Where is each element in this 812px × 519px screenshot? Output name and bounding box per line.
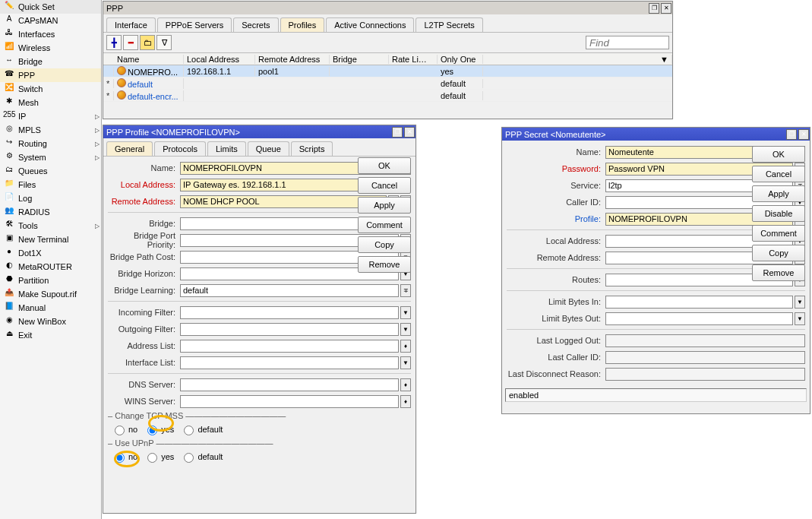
sidebar-item-make-supout-rif[interactable]: 📤Make Supout.rif <box>0 287 101 301</box>
addresslist-expand-icon[interactable]: ♦ <box>400 340 411 353</box>
outgoing-input[interactable] <box>180 323 399 336</box>
apply-button[interactable]: Apply <box>358 197 411 214</box>
secret-restore-icon[interactable]: ❐ <box>786 129 797 140</box>
tab-l2tp-secrets[interactable]: L2TP Secrets <box>415 17 482 32</box>
profile-tab-limits[interactable]: Limits <box>207 141 246 156</box>
profile-tab-protocols[interactable]: Protocols <box>154 141 206 156</box>
sidebar-item-label: New Terminal <box>18 235 68 244</box>
secret-cancel-button[interactable]: Cancel <box>752 166 805 182</box>
sidebar-item-new-terminal[interactable]: ▣New Terminal <box>0 233 101 246</box>
sidebar-item-bridge[interactable]: ↔Bridge <box>0 55 101 68</box>
sec-limitin-drop-icon[interactable]: ▼ <box>795 296 805 309</box>
profile-tab-queue[interactable]: Queue <box>248 141 289 156</box>
ppp-profile-dialog: PPP Profile <NOMEPROFILOVPN> ❐ ✕ General… <box>103 125 416 514</box>
profile-close-icon[interactable]: ✕ <box>404 127 415 138</box>
sidebar-item-tools[interactable]: 🛠Tools▷ <box>0 219 101 233</box>
bridge-learning-drop-icon[interactable]: ∓ <box>400 284 411 297</box>
wins-input[interactable] <box>180 395 399 408</box>
incoming-drop-icon[interactable]: ▼ <box>400 306 411 319</box>
table-row[interactable]: NOMEPRO... 192.168.1.1 pool1 yes <box>103 65 672 78</box>
secret-comment-button[interactable]: Comment <box>752 225 805 242</box>
sidebar-item-dot1x[interactable]: ●Dot1X <box>0 246 101 260</box>
cancel-button[interactable]: Cancel <box>358 177 411 194</box>
incoming-input[interactable] <box>180 306 399 319</box>
upnp-default[interactable]: default <box>180 451 223 463</box>
sidebar-item-switch[interactable]: 🔀Switch <box>0 82 101 96</box>
sidebar-item-manual[interactable]: 📘Manual <box>0 301 101 315</box>
comment-button[interactable]: Comment <box>358 217 411 233</box>
profile-restore-icon[interactable]: ❐ <box>392 127 403 138</box>
add-icon[interactable]: ╋ <box>106 35 122 50</box>
upnp-yes[interactable]: yes <box>144 451 174 463</box>
sidebar-item-system[interactable]: ⚙System▷ <box>0 150 101 164</box>
secret-apply-button[interactable]: Apply <box>752 185 805 202</box>
col-name[interactable]: Name <box>114 55 184 64</box>
remove-icon[interactable]: ━ <box>123 35 138 50</box>
local-address-input[interactable] <box>180 179 387 191</box>
secret-disable-button[interactable]: Disable <box>752 205 805 222</box>
tab-pppoe-servers[interactable]: PPPoE Servers <box>157 17 232 32</box>
sidebar-item-quick-set[interactable]: ✏️Quick Set <box>0 0 101 14</box>
remote-address-input[interactable] <box>180 195 387 208</box>
ok-button[interactable]: OK <box>358 157 411 174</box>
sec-limitout-drop-icon[interactable]: ▼ <box>795 312 805 325</box>
sidebar-item-wireless[interactable]: 📶Wireless <box>0 41 101 55</box>
tab-interface[interactable]: Interface <box>106 17 156 32</box>
upnp-no[interactable]: no <box>111 451 137 463</box>
col-only[interactable]: Only One <box>438 55 483 64</box>
dns-expand-icon[interactable]: ♦ <box>400 378 411 391</box>
find-input[interactable] <box>586 36 669 49</box>
sidebar-item-ip[interactable]: 255IP▷ <box>0 109 101 123</box>
secret-remove-button[interactable]: Remove <box>752 264 805 281</box>
secret-copy-button[interactable]: Copy <box>752 245 805 261</box>
sidebar-item-mesh[interactable]: ✱Mesh <box>0 96 101 109</box>
wins-expand-icon[interactable]: ♦ <box>400 395 411 408</box>
sidebar-item-new-winbox[interactable]: ◉New WinBox <box>0 315 101 328</box>
ppp-close-icon[interactable]: ✕ <box>661 3 671 14</box>
col-remote[interactable]: Remote Address <box>255 55 330 64</box>
addresslist-input[interactable] <box>180 340 399 353</box>
col-drop-icon[interactable]: ▼ <box>483 55 672 64</box>
sidebar-item-label: Wireless <box>18 43 50 52</box>
bridge-learning-input[interactable] <box>180 284 399 297</box>
tab-active-connections[interactable]: Active Connections <box>326 17 414 32</box>
sidebar-item-metarouter[interactable]: ◐MetaROUTER <box>0 260 101 274</box>
sidebar-item-label: Make Supout.rif <box>18 290 77 299</box>
tab-secrets[interactable]: Secrets <box>233 17 278 32</box>
remove-button[interactable]: Remove <box>358 256 411 273</box>
interfacelist-input[interactable] <box>180 356 399 369</box>
filter-icon[interactable]: ∇ <box>156 35 172 50</box>
secret-ok-button[interactable]: OK <box>752 146 805 163</box>
copy-button[interactable]: Copy <box>358 236 411 253</box>
secret-close-icon[interactable]: ✕ <box>798 129 809 140</box>
sidebar-item-partition[interactable]: ⬣Partition <box>0 274 101 287</box>
sidebar-item-exit[interactable]: ⏏Exit <box>0 328 101 342</box>
sidebar-item-interfaces[interactable]: 🖧Interfaces <box>0 27 101 41</box>
comment-icon[interactable]: 🗀 <box>140 35 155 50</box>
sidebar-item-ppp[interactable]: ☎PPP <box>0 68 101 82</box>
profile-tab-scripts[interactable]: Scripts <box>291 141 333 156</box>
sidebar-item-mpls[interactable]: ◎MPLS▷ <box>0 123 101 137</box>
outgoing-drop-icon[interactable]: ▼ <box>400 323 411 336</box>
tcpmss-no[interactable]: no <box>111 423 137 435</box>
tcpmss-default[interactable]: default <box>180 423 223 435</box>
col-rate[interactable]: Rate Limit... <box>389 55 438 64</box>
tab-profiles[interactable]: Profiles <box>280 17 325 32</box>
table-row[interactable]: * default-encr... default <box>103 90 672 102</box>
ppp-restore-icon[interactable]: ❐ <box>649 3 659 14</box>
col-local[interactable]: Local Address <box>184 55 255 64</box>
profile-tab-general[interactable]: General <box>106 141 153 156</box>
sidebar-item-files[interactable]: 📁Files <box>0 178 101 191</box>
sidebar-item-routing[interactable]: ↪Routing▷ <box>0 137 101 150</box>
sec-limitin-input[interactable] <box>605 296 793 309</box>
sidebar-item-log[interactable]: 📄Log <box>0 191 101 205</box>
sidebar-item-capsman[interactable]: ACAPsMAN <box>0 14 101 27</box>
sidebar-item-radius[interactable]: 👥RADIUS <box>0 205 101 219</box>
table-row[interactable]: * default default <box>103 78 672 90</box>
tcpmss-yes[interactable]: yes <box>144 423 174 435</box>
col-bridge[interactable]: Bridge <box>330 55 389 64</box>
dns-input[interactable] <box>180 378 399 391</box>
interfacelist-drop-icon[interactable]: ▼ <box>400 356 411 369</box>
sec-limitout-input[interactable] <box>605 312 793 325</box>
sidebar-item-queues[interactable]: 🗂Queues <box>0 164 101 178</box>
